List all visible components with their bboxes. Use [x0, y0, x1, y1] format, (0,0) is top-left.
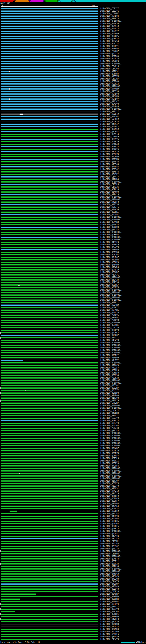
hit-label[interactable]: UniRef100_A9Y850	[100, 372, 119, 374]
hit-bar[interactable]	[1, 362, 98, 364]
hit-bar[interactable]	[1, 84, 98, 84]
hit-label[interactable]: UniRef100_B6TJJ7	[100, 42, 119, 45]
hit-bar[interactable]	[1, 212, 98, 213]
hit-bar[interactable]	[1, 390, 98, 391]
hit-bar[interactable]	[1, 257, 98, 258]
hit-bar[interactable]	[1, 242, 98, 243]
hit-label[interactable]: UniRef100_P07511	[100, 336, 119, 339]
hit-bar[interactable]	[1, 463, 98, 464]
hit-bar[interactable]	[1, 578, 98, 580]
hit-bar[interactable]	[1, 91, 98, 92]
hit-bar[interactable]	[1, 20, 98, 22]
hit-bar[interactable]	[1, 543, 98, 544]
hit-bar[interactable]	[1, 264, 98, 266]
hit-bar[interactable]	[1, 528, 98, 529]
hit-bar[interactable]	[1, 367, 98, 368]
hit-label[interactable]: UniRef100_A9TT36	[100, 203, 119, 206]
hit-label[interactable]: UniRef100_UPI0000...	[100, 440, 124, 442]
hit-bar[interactable]	[1, 340, 98, 341]
hit-bar[interactable]	[1, 196, 98, 198]
hit-label[interactable]: UniRef100_UPI0000...	[100, 181, 124, 183]
hit-label[interactable]: UniRef100_B5DY60	[100, 630, 119, 633]
hit-label[interactable]: UniRef100_Q4Y9C0	[100, 573, 119, 575]
hit-label[interactable]: UniRef100_B9N910	[100, 25, 119, 28]
hit-bar[interactable]	[1, 310, 98, 311]
hit-label[interactable]: UniRef100_B4RTC0	[100, 241, 119, 244]
hit-label[interactable]: UniRef100_Q6CVD7	[100, 271, 119, 274]
hit-bar[interactable]	[1, 405, 98, 406]
hit-bar[interactable]	[1, 154, 98, 155]
hit-label[interactable]: UniRef100_B0ERN0	[100, 616, 119, 618]
hit-bar[interactable]	[20, 114, 23, 115]
hit-bar[interactable]	[1, 159, 98, 160]
hit-bar[interactable]	[1, 420, 98, 421]
hit-label[interactable]: UniRef100_UPI0000...	[100, 530, 124, 532]
hit-label[interactable]: UniRef100_A9PL04	[100, 15, 119, 17]
hit-label[interactable]: UniRef100_P34897	[100, 316, 119, 319]
hit-label[interactable]: UniRef100_Q53ET7	[100, 306, 119, 309]
hit-bar[interactable]	[1, 438, 98, 439]
hit-label[interactable]: UniRef100_UPI0000...	[100, 550, 124, 552]
hit-label[interactable]: UniRef100_P14519	[100, 492, 119, 495]
hit-bar[interactable]	[1, 400, 98, 401]
hit-bar[interactable]	[1, 209, 98, 210]
hit-bar[interactable]	[1, 16, 98, 17]
hit-label[interactable]: UniRef100_UPI0000...	[100, 467, 124, 470]
hit-label[interactable]: UniRef100_Q9FPJ3	[100, 38, 119, 40]
hit-bar[interactable]	[1, 18, 98, 19]
hit-bar[interactable]	[1, 61, 98, 62]
hit-bar[interactable]	[1, 56, 98, 57]
hit-bar[interactable]	[1, 280, 98, 280]
hit-bar[interactable]	[1, 453, 98, 454]
hit-bar[interactable]	[1, 194, 98, 195]
hit-bar[interactable]	[1, 36, 98, 37]
hit-bar[interactable]	[1, 290, 98, 290]
hit-label[interactable]: UniRef100_A9P855	[100, 22, 119, 25]
hit-label[interactable]: UniRef100_Q10068	[100, 502, 119, 505]
hit-bar[interactable]	[1, 428, 98, 429]
hit-label[interactable]: UniRef100_UPI0000...	[100, 289, 124, 291]
hit-bar[interactable]	[1, 28, 98, 29]
hit-bar[interactable]	[1, 234, 98, 235]
hit-label[interactable]: UniRef100_B9P9H0	[100, 158, 119, 160]
hit-label[interactable]: UniRef100_UPI0000...	[100, 437, 124, 440]
hit-label[interactable]: UniRef100_Q9CWR5	[100, 266, 119, 269]
hit-bar[interactable]	[1, 621, 98, 622]
hit-bar[interactable]	[1, 639, 98, 640]
hit-bar[interactable]	[1, 541, 98, 542]
hit-bar[interactable]	[1, 531, 98, 532]
hit-label[interactable]: UniRef100_Q4WS24	[100, 535, 119, 538]
hit-bar[interactable]	[1, 553, 98, 554]
hit-bar[interactable]	[1, 536, 98, 537]
hit-label[interactable]: UniRef100_Q8SR11	[100, 560, 119, 563]
hit-bar[interactable]	[1, 513, 98, 514]
hit-bar[interactable]	[1, 166, 98, 168]
hit-label[interactable]: UniRef100_Q45S81	[100, 384, 119, 387]
hit-label[interactable]: UniRef100_B4P594	[100, 515, 119, 518]
hit-bar[interactable]	[1, 46, 98, 47]
hit-label[interactable]: UniRef100_Q23Z54	[100, 40, 119, 42]
hit-label[interactable]: UniRef100_A4HW78	[100, 339, 119, 342]
hit-label[interactable]: UniRef100_B3NG21	[100, 414, 119, 417]
hit-label[interactable]: UniRef100_B4DWW7	[100, 583, 119, 585]
hit-label[interactable]: UniRef100_A9SM40	[100, 585, 119, 588]
hit-bar[interactable]	[1, 372, 98, 374]
hit-bar[interactable]	[1, 498, 98, 499]
hit-bar[interactable]	[1, 151, 98, 152]
hit-label[interactable]: UniRef100_Q5E9P9	[100, 369, 119, 372]
hit-bar[interactable]	[1, 287, 98, 288]
hit-label[interactable]: UniRef100_P50432	[100, 508, 119, 510]
hit-label[interactable]: UniRef100_C4QFI2	[100, 410, 119, 412]
hit-label[interactable]: UniRef100_B9NW87	[100, 447, 119, 450]
hit-label[interactable]: UniRef100_Q75HF7	[100, 130, 119, 133]
hit-bar[interactable]	[1, 490, 98, 492]
hit-bar[interactable]	[1, 269, 98, 270]
hit-bar[interactable]	[1, 398, 98, 399]
hit-label[interactable]: UniRef100_Q2PG98	[100, 565, 119, 568]
hit-label[interactable]: UniRef100_Q792F2	[100, 512, 119, 515]
hit-bar[interactable]	[1, 598, 20, 600]
hit-bar[interactable]	[1, 392, 98, 394]
hit-bar[interactable]	[1, 186, 98, 188]
hit-label[interactable]: UniRef100_B7FP85	[100, 166, 119, 168]
hit-bar[interactable]	[1, 523, 98, 524]
